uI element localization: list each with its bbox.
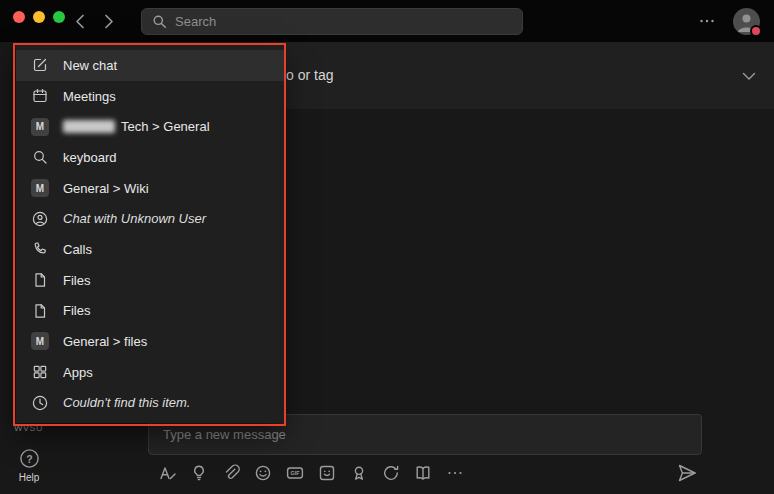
file-icon — [31, 302, 49, 320]
book-icon — [413, 463, 433, 483]
team-badge-icon: M — [31, 118, 49, 136]
forward-chevron-icon — [104, 14, 114, 29]
item-label: Meetings — [63, 89, 116, 104]
item-label: Files — [63, 303, 90, 318]
sticker-button[interactable] — [315, 461, 339, 485]
item-label: Files — [63, 273, 90, 288]
dropdown-item-general-files[interactable]: M General > files — [16, 326, 284, 357]
clock-arrow-icon — [381, 463, 401, 483]
dropdown-item-keyboard-search[interactable]: keyboard — [16, 142, 284, 173]
titlebar-right — [698, 0, 760, 42]
phone-icon — [31, 240, 49, 258]
svg-text:GIF: GIF — [291, 470, 301, 476]
dropdown-item-files-1[interactable]: Files — [16, 265, 284, 296]
more-options-icon[interactable] — [698, 12, 716, 30]
emoji-button[interactable] — [251, 461, 275, 485]
chevron-down-icon[interactable] — [742, 72, 756, 81]
to-recipient-field[interactable]: o or tag — [286, 67, 333, 83]
dropdown-item-team-channel[interactable]: M Tech > General — [16, 111, 284, 142]
svg-text:?: ? — [26, 453, 32, 465]
emoji-icon — [253, 463, 273, 483]
avatar[interactable] — [733, 8, 760, 35]
item-label-wrap: Tech > General — [63, 119, 210, 134]
schedule-send-button[interactable] — [379, 461, 403, 485]
item-label: Chat with Unknown User — [63, 211, 206, 226]
help-question-icon: ? — [19, 448, 40, 469]
format-icon — [157, 463, 177, 483]
item-label: Couldn't find this item. — [63, 395, 191, 410]
send-icon — [676, 462, 698, 484]
apps-grid-icon — [31, 363, 49, 381]
nav-forward-button[interactable] — [101, 13, 117, 29]
item-label: Calls — [63, 242, 92, 257]
dropdown-item-meetings[interactable]: Meetings — [16, 81, 284, 112]
nav-back-button[interactable] — [72, 13, 88, 29]
item-label: New chat — [63, 58, 117, 73]
close-window-button[interactable] — [13, 11, 25, 23]
lightbulb-icon — [189, 463, 209, 483]
item-label: keyboard — [63, 150, 116, 165]
format-button[interactable] — [155, 461, 179, 485]
dropdown-item-apps[interactable]: Apps — [16, 357, 284, 388]
dropdown-item-new-chat[interactable]: New chat — [16, 50, 284, 81]
zoom-window-button[interactable] — [53, 11, 65, 23]
sticker-icon — [317, 463, 337, 483]
compose-icon — [31, 56, 49, 74]
help-label: Help — [19, 472, 40, 483]
teams-window: Search o or tag — [0, 0, 774, 494]
loop-components-button[interactable] — [411, 461, 435, 485]
status-badge — [750, 25, 762, 37]
team-badge-icon: M — [31, 332, 49, 350]
search-icon — [31, 148, 49, 166]
search-icon — [152, 14, 167, 29]
gif-icon: GIF — [285, 463, 305, 483]
redacted-text — [63, 120, 115, 133]
dropdown-item-unknown-user-chat[interactable]: Chat with Unknown User — [16, 203, 284, 234]
search-placeholder: Search — [175, 14, 216, 29]
attach-button[interactable] — [219, 461, 243, 485]
minimize-window-button[interactable] — [33, 11, 45, 23]
send-button[interactable] — [674, 460, 700, 486]
dropdown-item-calls[interactable]: Calls — [16, 234, 284, 265]
back-chevron-icon — [75, 14, 85, 29]
dropdown-item-files-2[interactable]: Files — [16, 295, 284, 326]
award-icon — [349, 463, 369, 483]
titlebar: Search — [0, 0, 774, 42]
file-icon — [31, 271, 49, 289]
item-label: Apps — [63, 365, 93, 380]
delivery-options-button[interactable] — [187, 461, 211, 485]
traffic-lights — [13, 11, 65, 23]
paperclip-icon — [221, 463, 241, 483]
gif-button[interactable]: GIF — [283, 461, 307, 485]
help-button[interactable]: ? Help — [0, 448, 58, 483]
more-compose-options-button[interactable] — [443, 461, 467, 485]
calendar-icon — [31, 87, 49, 105]
team-badge-icon: M — [31, 179, 49, 197]
ellipsis-icon — [445, 463, 465, 483]
command-results-dropdown: New chat Meetings M Tech > General keybo… — [16, 45, 284, 423]
item-label: Tech > General — [121, 119, 210, 134]
item-label: General > Wiki — [63, 181, 149, 196]
rail-partial-label: WVSU — [14, 423, 43, 433]
person-icon — [31, 210, 49, 228]
search-input[interactable]: Search — [141, 8, 523, 35]
praise-button[interactable] — [347, 461, 371, 485]
dropdown-item-not-found[interactable]: Couldn't find this item. — [16, 387, 284, 418]
clock-icon — [31, 394, 49, 412]
item-label: General > files — [63, 334, 147, 349]
dropdown-item-general-wiki[interactable]: M General > Wiki — [16, 173, 284, 204]
compose-toolbar: GIF — [155, 461, 467, 485]
